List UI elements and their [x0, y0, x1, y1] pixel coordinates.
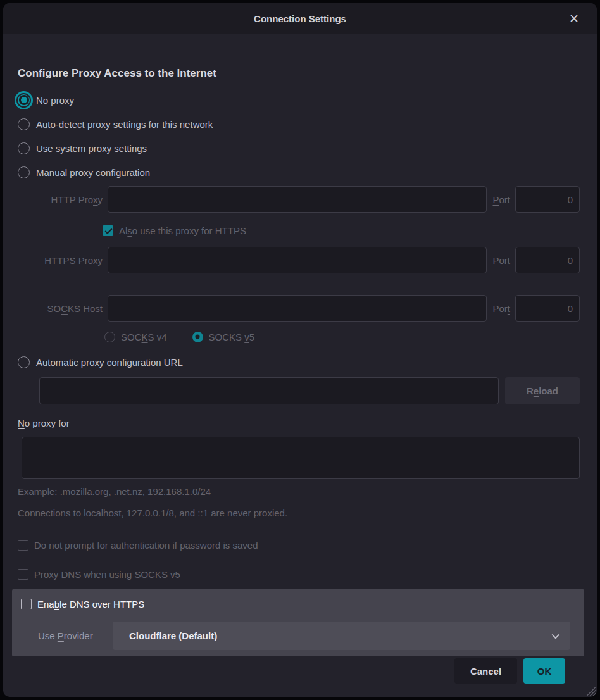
note-localhost: Connections to localhost, 127.0.0.1/8, a…: [18, 508, 580, 520]
cancel-button[interactable]: Cancel: [454, 658, 517, 684]
note-example: Example: .mozilla.org, .net.nz, 192.168.…: [18, 486, 580, 499]
http-port-label: Port: [492, 194, 510, 205]
titlebar: Connection Settings ✕: [3, 3, 597, 34]
dialog-window: Connection Settings ✕ Configure Proxy Ac…: [3, 3, 597, 697]
no-proxy-for-textarea[interactable]: [22, 437, 580, 479]
https-port-label: Port: [492, 255, 510, 266]
page-title: Configure Proxy Access to the Internet: [18, 66, 580, 81]
checkbox-label-no-auth-prompt: Do not prompt for authentication if pass…: [34, 540, 258, 551]
checkbox-proxy-dns: [18, 569, 28, 580]
dialog-content: Configure Proxy Access to the Internet N…: [3, 66, 597, 684]
pac-url-input: [39, 377, 499, 404]
radio-label-socks-v4: SOCKS v4: [121, 332, 167, 342]
radio-label-no-proxy: No proxy: [36, 95, 74, 106]
radio-manual-proxy[interactable]: [18, 166, 30, 178]
radio-label-system-proxy: Use system proxy settings: [36, 143, 147, 154]
share-proxy-checkbox-row: Also use this proxy for HTTPS: [103, 224, 580, 237]
checkbox-row-proxy-dns: Proxy DNS when using SOCKS v5: [18, 568, 580, 580]
dialog-footer: Cancel OK: [18, 658, 580, 684]
close-icon: ✕: [569, 11, 579, 26]
no-proxy-for-label: No proxy for: [18, 418, 580, 430]
socks-host-input: [108, 295, 487, 322]
provider-select[interactable]: Cloudflare (Default): [113, 622, 570, 650]
http-port-input: 0: [515, 186, 580, 213]
checkbox-share-proxy: [103, 225, 113, 236]
radio-socks-v4: [104, 332, 115, 342]
close-button[interactable]: ✕: [564, 3, 584, 34]
ok-button[interactable]: OK: [523, 658, 565, 684]
radio-row-no-proxy[interactable]: No proxy: [18, 92, 580, 108]
provider-row: Use Provider Cloudflare (Default): [21, 622, 570, 650]
https-proxy-label: HTTPS Proxy: [18, 255, 103, 266]
connection-settings-dialog: { "colors": { "accent": "#0d96a5", "titl…: [0, 0, 600, 700]
socks-version-row: SOCKS v4 SOCKS v5: [104, 330, 580, 344]
reload-button: Reload: [505, 377, 580, 404]
socks-host-label: SOCKS Host: [18, 303, 103, 314]
socks-port-input: 0: [515, 295, 580, 322]
checkbox-row-no-auth-prompt: Do not prompt for authentication if pass…: [18, 539, 580, 551]
checkbox-no-auth-prompt: [18, 540, 28, 551]
pac-url-row: Reload: [39, 377, 580, 404]
dialog-title: Connection Settings: [254, 13, 346, 24]
radio-socks-v5: [192, 332, 203, 342]
radio-label-auto-url: Automatic proxy configuration URL: [36, 357, 183, 368]
checkbox-row-enable-doh[interactable]: Enable DNS over HTTPS: [21, 597, 570, 610]
radio-auto-detect[interactable]: [18, 118, 30, 130]
socks-host-row: SOCKS Host Port 0: [18, 295, 580, 322]
provider-label: Use Provider: [38, 630, 113, 641]
radio-label-socks-v5: SOCKS v5: [209, 332, 255, 342]
radio-no-proxy[interactable]: [18, 94, 30, 106]
radio-system-proxy[interactable]: [18, 142, 30, 154]
radio-row-manual-proxy[interactable]: Manual proxy configuration: [18, 165, 580, 180]
http-proxy-label: HTTP Proxy: [18, 194, 103, 205]
checkbox-label-proxy-dns: Proxy DNS when using SOCKS v5: [34, 569, 180, 580]
https-proxy-input: [108, 247, 487, 273]
http-proxy-input: [108, 186, 487, 213]
checkbox-label-share-proxy: Also use this proxy for HTTPS: [119, 225, 246, 236]
checkbox-label-enable-doh: Enable DNS over HTTPS: [37, 599, 144, 609]
socks-port-label: Port: [492, 303, 510, 314]
http-proxy-row: HTTP Proxy Port 0: [18, 186, 580, 213]
reload-button-label: Reload: [527, 385, 558, 396]
https-port-input: 0: [515, 247, 580, 273]
https-proxy-row: HTTPS Proxy Port 0: [18, 247, 580, 273]
provider-selected-value: Cloudflare (Default): [129, 630, 552, 641]
checkbox-enable-doh[interactable]: [21, 599, 32, 609]
radio-label-manual-proxy: Manual proxy configuration: [36, 167, 150, 178]
radio-row-auto-detect[interactable]: Auto-detect proxy settings for this netw…: [18, 116, 580, 132]
radio-auto-url[interactable]: [18, 356, 30, 368]
radio-row-system-proxy[interactable]: Use system proxy settings: [18, 141, 580, 156]
radio-label-auto-detect: Auto-detect proxy settings for this netw…: [36, 119, 213, 130]
chevron-down-icon: [552, 631, 560, 639]
radio-row-auto-url[interactable]: Automatic proxy configuration URL: [18, 354, 580, 370]
dns-over-https-section: Enable DNS over HTTPS Use Provider Cloud…: [12, 589, 584, 656]
